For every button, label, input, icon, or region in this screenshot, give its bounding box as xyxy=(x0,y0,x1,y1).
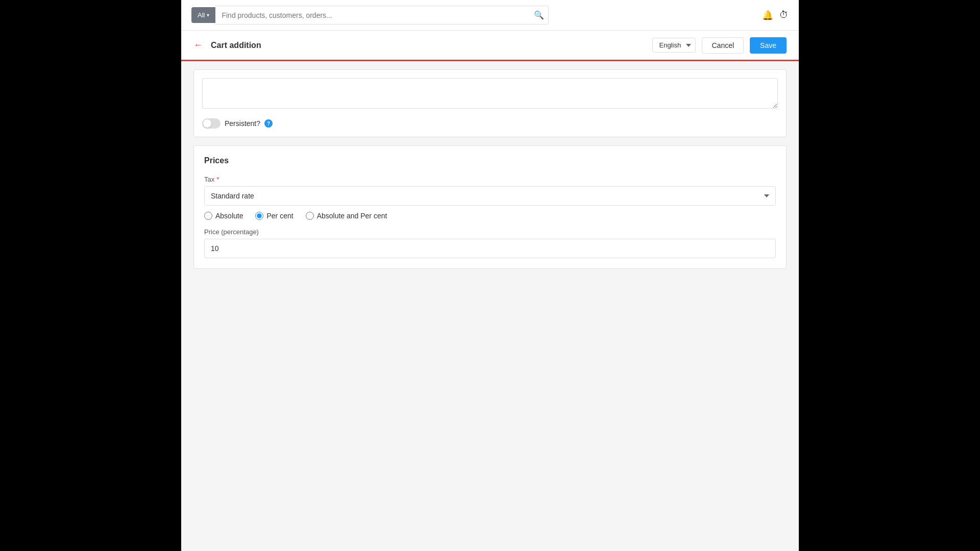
header-left: ← Cart addition xyxy=(193,40,261,51)
bell-icon: 🔔 xyxy=(762,10,773,20)
price-type-radio-group: Absolute Per cent Absolute and Per cent xyxy=(204,212,776,220)
price-label: Price (percentage) xyxy=(204,228,776,236)
radio-per-cent-label: Per cent xyxy=(266,212,293,220)
persistent-label: Persistent? xyxy=(225,119,260,128)
header-right: English Cancel Save xyxy=(652,37,787,54)
persistent-toggle[interactable] xyxy=(202,118,220,129)
price-input[interactable] xyxy=(204,239,776,258)
search-icon-button[interactable]: 🔍 xyxy=(530,6,548,24)
description-textarea[interactable] xyxy=(202,78,778,109)
clock-icon: ⏱ xyxy=(779,10,789,20)
search-wrapper: 🔍 xyxy=(215,6,549,24)
timer-button[interactable]: ⏱ xyxy=(779,10,789,20)
filter-label: All xyxy=(198,11,205,19)
header-bar: ← Cart addition English Cancel Save xyxy=(181,31,799,61)
radio-absolute[interactable]: Absolute xyxy=(204,212,243,220)
tax-select[interactable]: Standard rate Reduced rate Zero rate xyxy=(204,186,776,206)
search-input[interactable] xyxy=(215,7,530,23)
top-bar: All ▾ 🔍 🔔 ⏱ xyxy=(181,0,799,31)
page-title: Cart addition xyxy=(211,41,261,50)
prices-title: Prices xyxy=(204,156,776,165)
chevron-down-icon: ▾ xyxy=(207,12,209,18)
back-arrow-icon: ← xyxy=(193,40,203,50)
save-button[interactable]: Save xyxy=(750,37,787,54)
radio-absolute-and-per-cent-input[interactable] xyxy=(306,212,314,220)
prices-card: Prices Tax * Standard rate Reduced rate … xyxy=(193,145,787,269)
notifications-button[interactable]: 🔔 xyxy=(762,10,773,21)
radio-per-cent[interactable]: Per cent xyxy=(255,212,293,220)
radio-absolute-and-per-cent-label: Absolute and Per cent xyxy=(317,212,387,220)
persistent-row: Persistent? ? xyxy=(202,118,778,129)
radio-absolute-label: Absolute xyxy=(215,212,243,220)
radio-per-cent-input[interactable] xyxy=(255,212,263,220)
cancel-button[interactable]: Cancel xyxy=(702,37,744,54)
help-icon[interactable]: ? xyxy=(264,119,273,128)
radio-absolute-and-per-cent[interactable]: Absolute and Per cent xyxy=(306,212,387,220)
language-select[interactable]: English xyxy=(652,38,696,53)
radio-absolute-input[interactable] xyxy=(204,212,212,220)
search-section: All ▾ 🔍 xyxy=(191,6,549,24)
search-filter-button[interactable]: All ▾ xyxy=(191,7,215,23)
back-button[interactable]: ← xyxy=(193,40,203,51)
top-bar-icons: 🔔 ⏱ xyxy=(762,10,789,21)
search-icon: 🔍 xyxy=(534,11,544,19)
content-area: Persistent? ? Prices Tax * Standard rate… xyxy=(181,61,799,285)
description-card: Persistent? ? xyxy=(193,69,787,137)
tax-label: Tax * xyxy=(204,176,776,183)
required-star: * xyxy=(216,176,219,183)
